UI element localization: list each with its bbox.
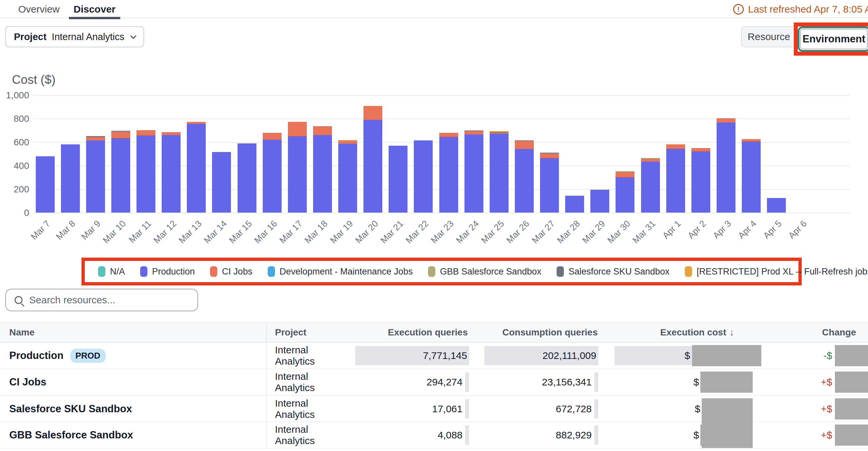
project-filter-value: Internal Analytics — [52, 31, 124, 42]
stacked-bar — [641, 158, 660, 213]
resource-name: CI Jobs — [9, 376, 46, 388]
bar-slot — [335, 95, 361, 213]
legend-label: N/A — [110, 266, 125, 277]
column-header-name[interactable]: Name — [0, 323, 267, 342]
legend-swatch — [98, 266, 105, 277]
x-axis-label: Apr 6 — [786, 219, 809, 241]
column-header-change[interactable]: Change — [761, 323, 868, 342]
last-refreshed-status: ! Last refreshed Apr 7, 8:05 AM PDT — [733, 4, 868, 15]
bar-segment — [590, 190, 609, 213]
project-cell: Internal Analytics — [267, 343, 346, 368]
bar-slot — [184, 95, 209, 213]
x-axis-label: Apr 5 — [761, 219, 784, 241]
bar-segment — [616, 177, 634, 213]
legend-label: Production — [152, 266, 195, 277]
legend-item[interactable]: CI Jobs — [210, 266, 252, 277]
table-row[interactable]: ProductionPRODInternal Analytics7,771,14… — [0, 343, 868, 369]
column-header-execution-cost[interactable]: Execution cost ↓ — [598, 323, 761, 342]
stacked-bar — [414, 140, 433, 213]
y-axis-label: 800 — [3, 114, 29, 124]
search-icon — [14, 296, 23, 304]
cell-highlight: $ — [615, 346, 692, 365]
chart-x-axis: Mar 7Mar 8Mar 9Mar 10Mar 11Mar 12Mar 13M… — [32, 215, 814, 248]
search-resources-box[interactable] — [5, 289, 198, 311]
table-row[interactable]: CI JobsInternal Analytics294,27423,156,3… — [0, 369, 868, 396]
column-header-execution-queries[interactable]: Execution queries — [346, 323, 469, 342]
bar-segment — [616, 172, 634, 177]
x-slot: Mar 7 — [32, 215, 58, 248]
column-header-project[interactable]: Project — [267, 323, 346, 342]
legend-item[interactable]: Salesforce SKU Sandbox — [557, 266, 670, 277]
tab-discover[interactable]: Discover — [73, 0, 116, 18]
bar-segment — [36, 156, 55, 213]
bar-slot — [234, 95, 259, 213]
x-slot: Mar 24 — [461, 215, 486, 248]
bar-segment — [691, 148, 710, 151]
table-row[interactable]: Salesforce SKU SandboxInternal Analytics… — [0, 396, 868, 422]
cost-currency-prefix: $ — [693, 377, 699, 388]
discover-dashboard: { "header": { "tabs": [ { "label": "Over… — [0, 0, 868, 451]
redaction-block — [835, 345, 868, 366]
bar-segment — [666, 144, 685, 149]
x-slot: Apr 3 — [713, 215, 739, 248]
legend-swatch — [140, 266, 148, 277]
bar-segment — [111, 138, 130, 213]
chart-legend: N/AProductionCI JobsDevelopment - Mainte… — [85, 261, 799, 282]
redaction-remnant — [465, 425, 469, 445]
bar-segment — [439, 137, 458, 213]
bar-slot — [133, 95, 159, 213]
column-header-consumption-queries[interactable]: Consumption queries — [469, 323, 598, 342]
legend-swatch — [557, 266, 564, 277]
legend-label: CI Jobs — [222, 266, 252, 277]
bar-segment — [212, 152, 231, 213]
bar-segment — [61, 144, 80, 213]
bar-slot — [209, 95, 234, 213]
stacked-bar — [263, 133, 282, 213]
tab-overview[interactable]: Overview — [18, 0, 60, 18]
bar-segment — [263, 133, 282, 140]
bar-segment — [666, 149, 685, 213]
consumption-queries-cell: 882,929 — [469, 422, 598, 448]
stacked-bar — [540, 153, 559, 213]
project-filter-label: Project — [14, 31, 46, 42]
legend-item[interactable]: [RESTRICTED] Prod XL -- Full-Refresh job… — [685, 266, 868, 277]
bar-segment — [742, 141, 761, 213]
redaction-block — [702, 398, 753, 448]
bar-slot — [285, 95, 310, 213]
top-tab-bar: Overview Discover ! Last refreshed Apr 7… — [0, 0, 868, 18]
stacked-bar — [187, 122, 206, 213]
redaction-block — [835, 398, 868, 420]
stacked-bar — [338, 140, 357, 213]
bar-segment — [717, 123, 736, 213]
resource-name: Salesforce SKU Sandbox — [9, 403, 132, 415]
legend-item[interactable]: Development - Maintenance Jobs — [268, 266, 413, 277]
bar-segment — [136, 135, 155, 213]
bar-slot — [764, 95, 789, 213]
bar-segment — [288, 122, 307, 136]
gridline — [33, 213, 850, 213]
search-input[interactable] — [29, 294, 191, 305]
legend-item[interactable]: Production — [140, 266, 195, 277]
project-filter-dropdown[interactable]: Project Internal Analytics — [5, 26, 144, 47]
stacked-bar — [464, 130, 483, 213]
stacked-bar — [313, 126, 332, 213]
x-slot: Mar 12 — [159, 215, 184, 248]
resource-toggle-button[interactable]: Resource — [741, 26, 797, 47]
x-slot: Mar 13 — [184, 215, 209, 248]
legend-item[interactable]: GBB Salesforce Sandbox — [428, 266, 541, 277]
x-axis-label: Apr 3 — [711, 219, 734, 241]
legend-item[interactable]: N/A — [98, 266, 125, 277]
cell-highlight: 202,111,009 — [484, 346, 598, 365]
environment-toggle-button[interactable]: Environment — [800, 29, 868, 49]
bar-segment — [187, 124, 206, 213]
legend-label: Salesforce SKU Sandbox — [568, 266, 670, 277]
resource-name: GBB Salesforce Sandbox — [9, 429, 133, 441]
bar-slot — [638, 95, 663, 213]
redaction-block — [835, 424, 868, 446]
bar-slot — [385, 95, 411, 213]
x-slot: Mar 26 — [512, 215, 537, 248]
bar-slot — [83, 95, 108, 213]
stacked-bar — [717, 118, 736, 213]
stacked-bar — [61, 144, 80, 213]
stacked-bar — [742, 139, 761, 213]
